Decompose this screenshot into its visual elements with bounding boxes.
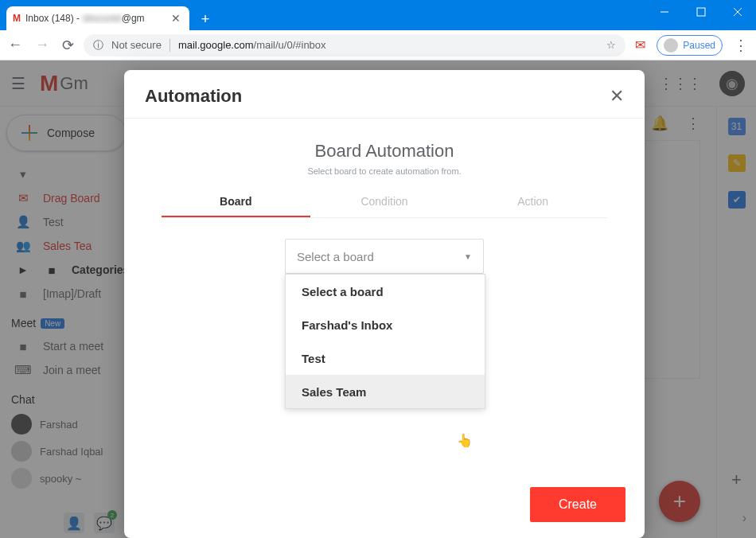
forward-button[interactable]: → [35, 37, 49, 53]
tab-close-icon[interactable]: ✕ [169, 12, 183, 25]
browser-toolbar: ← → ⟳ ⓘ Not secure mail.google.com/mail/… [0, 30, 756, 60]
mouse-cursor: 👆 [457, 433, 473, 448]
modal-subheading: Select board to create automation from. [307, 166, 461, 176]
modal-header: Automation ✕ [124, 70, 645, 119]
tab-strip: M Inbox (148) - obscured@gm ✕ + [6, 0, 216, 30]
automation-modal: Automation ✕ Board Automation Select boa… [124, 70, 645, 538]
profile-chip[interactable]: Paused [657, 35, 723, 56]
maximize-button[interactable] [683, 0, 719, 24]
site-info-icon[interactable]: ⓘ [93, 38, 103, 53]
modal-footer: Create [124, 476, 645, 538]
gmail-favicon: M [13, 13, 21, 24]
board-select-dropdown: Select a board Farshad's Inbox Test Sale… [285, 274, 485, 409]
browser-menu-icon[interactable]: ⋮ [734, 37, 748, 54]
tab-title: Inbox (148) - obscured@gm [25, 13, 164, 24]
step-tab-condition[interactable]: Condition [310, 195, 459, 217]
chevron-down-icon: ▼ [464, 252, 472, 261]
board-option-inbox[interactable]: Farshad's Inbox [286, 308, 485, 341]
board-option-sales-team[interactable]: Sales Team [286, 375, 485, 408]
address-bar[interactable]: ⓘ Not secure mail.google.com/mail/u/0/#i… [84, 34, 625, 57]
create-button[interactable]: Create [530, 487, 625, 522]
profile-label: Paused [683, 40, 715, 51]
step-tab-board[interactable]: Board [162, 195, 310, 217]
security-label: Not secure [111, 39, 162, 51]
reload-button[interactable]: ⟳ [62, 37, 74, 54]
url-text: mail.google.com/mail/u/0/#inbox [178, 39, 326, 51]
svg-rect-1 [697, 8, 705, 16]
step-tab-action[interactable]: Action [458, 195, 607, 217]
new-tab-button[interactable]: + [194, 8, 216, 30]
close-window-button[interactable] [719, 0, 756, 24]
browser-tab[interactable]: M Inbox (148) - obscured@gm ✕ [6, 6, 189, 30]
window-titlebar: M Inbox (148) - obscured@gm ✕ + [0, 0, 756, 30]
window-controls [646, 0, 756, 24]
modal-heading: Board Automation [315, 141, 454, 162]
board-option-test[interactable]: Test [286, 341, 485, 375]
board-select[interactable]: Select a board ▼ Select a board Farshad'… [285, 239, 484, 274]
profile-avatar [664, 38, 678, 53]
extension-gmail-icon[interactable]: ✉ [635, 37, 645, 53]
board-option-placeholder[interactable]: Select a board [286, 275, 485, 308]
select-placeholder: Select a board [297, 250, 374, 263]
modal-step-tabs: Board Condition Action [162, 195, 607, 218]
modal-close-button[interactable]: ✕ [610, 86, 624, 107]
minimize-button[interactable] [646, 0, 683, 24]
star-icon[interactable]: ☆ [606, 39, 616, 51]
modal-title: Automation [145, 86, 242, 107]
back-button[interactable]: ← [8, 37, 22, 53]
